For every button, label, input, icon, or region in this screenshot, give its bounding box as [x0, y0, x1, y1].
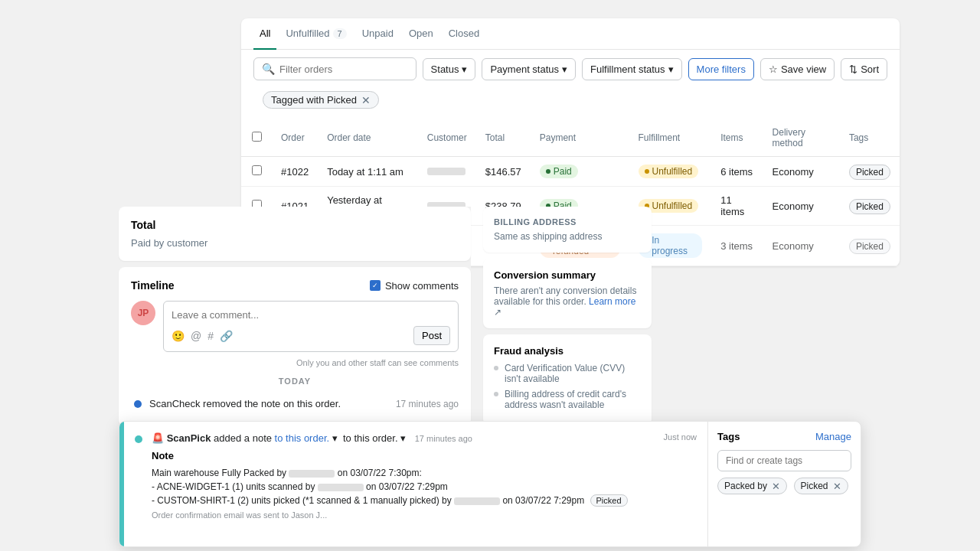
fulfillment-status-filter-label: Fulfillment status: [590, 64, 665, 75]
save-view-label: Save view: [781, 64, 826, 75]
status-filter-button[interactable]: Status ▾: [423, 58, 476, 80]
chevron-down-icon: ▾: [668, 64, 674, 75]
popup-to-order-link-text: to this order.: [275, 432, 330, 444]
payment-status: Paid: [554, 166, 572, 177]
manage-tags-link[interactable]: Manage: [815, 431, 851, 442]
timeline-card: Timeline ✓ Show comments JP 🙂 @ # 🔗 Post: [119, 267, 471, 426]
note-blur-3: [454, 497, 500, 505]
remove-tag-picked-button[interactable]: ✕: [833, 481, 841, 491]
fraud-title: Fraud analysis: [494, 345, 641, 357]
tags-panel: Tags Manage Packed by ✕ Picked ✕: [707, 422, 861, 546]
timeline-header: Timeline ✓ Show comments: [131, 279, 459, 292]
select-all-checkbox[interactable]: [252, 132, 262, 142]
order-id[interactable]: #1022: [272, 157, 318, 187]
fraud-bullet: [494, 366, 498, 370]
table-row[interactable]: #1022 Today at 1:11 am $146.57 Paid Unfu…: [241, 157, 900, 187]
note-blur-1: [289, 470, 335, 478]
order-date: Today at 1:11 am: [318, 157, 418, 187]
order-customer: [418, 157, 476, 187]
unfulfilled-badge: 7: [333, 28, 347, 39]
chevron-down-icon: ▾: [462, 64, 467, 75]
hashtag-icon[interactable]: #: [207, 330, 214, 342]
search-box[interactable]: 🔍: [253, 57, 416, 80]
note-body: Main warehouse Fully Packed by on 03/07/…: [152, 466, 655, 507]
fulfillment-status-filter-button[interactable]: Fulfillment status ▾: [582, 58, 682, 80]
filters-row: 🔍 Status ▾ Payment status ▾ Fulfillment …: [241, 50, 900, 88]
tab-all[interactable]: All: [253, 18, 276, 50]
popup-header-link[interactable]: to this order.: [275, 432, 330, 444]
order-total: $146.57: [476, 157, 531, 187]
mention-icon[interactable]: @: [191, 330, 201, 342]
filter-tag-label: Tagged with Picked: [271, 94, 357, 106]
payment-status-filter-button[interactable]: Payment status ▾: [482, 58, 576, 80]
active-filters-row: Tagged with Picked ✕: [253, 88, 887, 112]
show-comments-label: Show comments: [385, 280, 459, 292]
status-filter-label: Status: [431, 64, 459, 75]
search-icon: 🔍: [262, 63, 275, 75]
attachment-icon[interactable]: 🔗: [220, 330, 233, 342]
fulfillment-status: Unfulfilled: [652, 166, 693, 177]
fraud-bullet: [494, 392, 498, 396]
tags-search-input[interactable]: [717, 450, 851, 471]
conversion-card: Conversion summary There aren't any conv…: [483, 259, 652, 328]
save-view-button[interactable]: ☆ Save view: [760, 58, 835, 80]
tab-unpaid[interactable]: Unpaid: [356, 18, 400, 50]
detail-panel: Total Paid by customer Timeline ✓ Show c…: [119, 207, 471, 426]
tags-panel-header: Tags Manage: [717, 431, 851, 442]
show-comments-toggle[interactable]: ✓ Show comments: [370, 280, 459, 292]
tab-unfulfilled[interactable]: Unfulfilled 7: [279, 18, 352, 50]
right-sidebar: BILLING ADDRESS Same as shipping address…: [483, 207, 652, 426]
tab-unfulfilled-label: Unfulfilled: [286, 28, 329, 39]
note-line2-suffix: on 03/07/22 7:29pm: [366, 481, 448, 492]
event-time: 17 minutes ago: [396, 399, 459, 409]
total-card: Total Paid by customer: [119, 207, 471, 261]
timeline-title: Timeline: [131, 279, 175, 292]
note-line1: Main warehouse Fully Packed by: [152, 468, 286, 478]
comment-input-wrapper[interactable]: 🙂 @ # 🔗 Post: [163, 301, 459, 352]
learn-more-link[interactable]: Learn more: [589, 296, 635, 307]
popup-text: 🚨 ScanPick added a note to this order. ▾…: [152, 432, 655, 520]
comment-input[interactable]: [172, 309, 450, 321]
fraud-card: Fraud analysis Card Verification Value (…: [483, 334, 652, 425]
popup-event-dot: [135, 435, 142, 443]
remove-filter-button[interactable]: ✕: [361, 95, 371, 106]
more-filters-button[interactable]: More filters: [688, 58, 754, 80]
order-items: 6 items: [711, 157, 763, 187]
tags-panel-title: Tags: [717, 431, 740, 442]
conversion-body: There aren't any conversion details avai…: [494, 285, 641, 318]
billing-card: BILLING ADDRESS Same as shipping address: [483, 207, 652, 253]
avatar: JP: [131, 301, 155, 325]
note-title: Note: [152, 450, 655, 461]
col-items: Items: [711, 119, 763, 157]
sort-button[interactable]: ⇅ Sort: [841, 58, 887, 80]
search-input[interactable]: [279, 64, 408, 75]
note-line2: - ACNE-WIDGET-1 (1) units scanned by: [152, 481, 315, 492]
order-fulfillment: Unfulfilled: [629, 157, 712, 187]
total-card-title: Total: [131, 219, 459, 231]
order-tag: Picked: [849, 165, 890, 180]
col-fulfillment: Fulfillment: [629, 119, 712, 157]
note-line1-suffix: on 03/07/22 7:30pm:: [338, 468, 422, 478]
remove-tag-packed-by-button[interactable]: ✕: [772, 481, 780, 491]
fraud-item: Card Verification Value (CVV) isn't avai…: [494, 363, 641, 384]
tab-closed[interactable]: Closed: [443, 18, 485, 50]
row-checkbox[interactable]: [252, 165, 262, 175]
post-button[interactable]: Post: [413, 326, 450, 345]
col-customer: Customer: [418, 119, 476, 157]
tab-open[interactable]: Open: [403, 18, 439, 50]
tag-chip-label: Packed by: [724, 481, 767, 491]
billing-value: Same as shipping address: [494, 231, 641, 242]
note-line3-suffix: on 03/07/22 7:29pm: [502, 495, 584, 506]
popup-icon: 🚨: [152, 432, 164, 444]
tab-all-label: All: [260, 28, 270, 39]
today-divider: TODAY: [131, 377, 459, 386]
event-text: ScanCheck removed the note on this order…: [149, 398, 341, 409]
emoji-icon[interactable]: 🙂: [172, 330, 185, 342]
tag-chip-picked: Picked ✕: [794, 478, 848, 494]
show-comments-checkbox[interactable]: ✓: [370, 280, 381, 291]
order-delivery: Economy: [763, 157, 840, 187]
payment-status-filter-label: Payment status: [490, 64, 559, 75]
note-blur-2: [318, 484, 364, 491]
chevron-down-icon: ▾: [562, 64, 567, 75]
col-total: Total: [476, 119, 531, 157]
